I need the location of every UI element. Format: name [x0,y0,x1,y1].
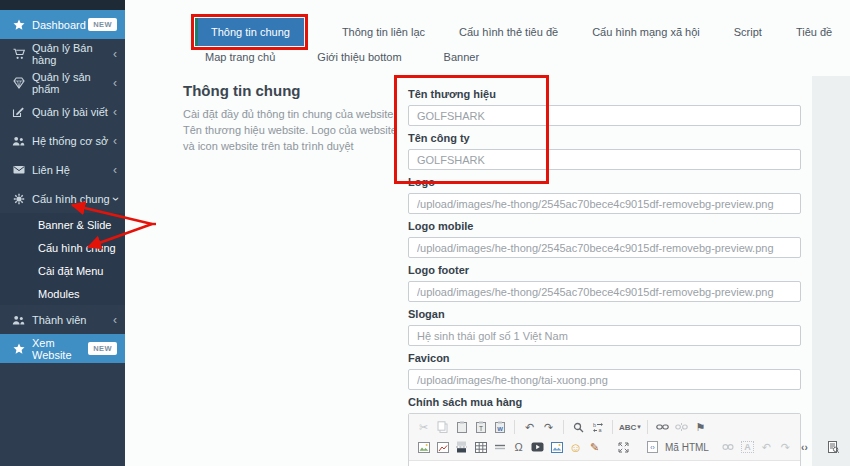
tab-map-trang-chu[interactable]: Map trang chủ [205,51,275,63]
horizontal-rule-icon[interactable] [490,439,509,455]
svg-text:a: a [598,427,602,433]
editor-toolbar-row-1: ✂TW↶↷baABC▾⚑ [414,417,795,437]
tab-banner[interactable]: Banner [444,51,479,63]
field-label-logo-footer: Logo footer [408,264,801,276]
input-favicon[interactable] [408,369,801,390]
chevron-left-icon: ‹ [113,48,117,60]
sidebar-item-quan-ly-san-pham[interactable]: Quản lý sản phẩm‹ [0,68,125,97]
field-label-favicon: Favicon [408,352,801,364]
anchor-icon[interactable]: ⚑ [691,419,710,435]
sidebar-item-he-thong-co-so[interactable]: Hệ thống cơ sở‹ [0,126,125,155]
sidebar-item-quan-ly-bai-viet[interactable]: Quản lý bài viết‹ [0,97,125,126]
paste-icon[interactable] [452,419,471,435]
tab-script[interactable]: Script [734,26,762,38]
envelope-icon [10,164,27,175]
chevron-left-icon: ‹ [113,314,117,326]
tab-tieu-de[interactable]: Tiêu đề [796,26,832,38]
select-all-icon: A [738,439,757,455]
templates-icon[interactable]: ✎ [585,439,604,455]
sidebar-item-label: Thành viên [32,314,86,326]
sidebar-subitem-label: Cấu hình chung [38,242,116,254]
table-icon[interactable] [471,439,490,455]
paste-from-word-icon[interactable]: W [490,419,509,435]
chevron-left-icon: ‹ [113,106,117,118]
tab-cau-hinh-the-tieu-de[interactable]: Cấu hình thẻ tiêu đề [459,26,558,38]
svg-text:b: b [593,422,596,428]
iframe-icon[interactable] [547,439,566,455]
sidebar-top-strip [0,0,125,10]
sidebar-item-label: Liên Hệ [32,164,70,176]
field-ten-thuong-hieu: Tên thương hiệu [408,88,801,126]
paste-plain-text-icon[interactable]: T [471,419,490,435]
page-description: Cài đặt đầy đủ thông tin chung của websi… [183,107,405,155]
flash-icon[interactable] [433,439,452,455]
star-icon [10,19,27,31]
new-badge: NEW [88,18,117,31]
page-break-icon[interactable] [452,439,471,455]
field-ten-cong-ty: Tên công ty [408,132,801,170]
sidebar-item-label: Cấu hình chung [32,193,110,205]
sidebar-subitem-cai-dat-menu[interactable]: Cài đặt Menu [0,259,125,282]
right-gutter [812,76,850,466]
sidebar-item-label: Quản lý Bán hàng [32,42,113,66]
input-logo[interactable] [408,193,801,214]
special-char-icon[interactable]: Ω [509,439,528,455]
search-replace-icon [719,439,738,455]
source-button-label[interactable]: Mã HTML [665,442,709,453]
richtext-editor: ✂TW↶↷baABC▾⚑Ω☺✎‹›Mã HTMLA↶↷‹› [408,413,801,466]
tab-thong-tin-chung[interactable]: Thông tin chung [195,18,304,46]
preview-icon[interactable] [824,439,843,455]
tab-gioi-thieu-bottom[interactable]: Giới thiệu bottom [317,51,401,63]
sidebar-subitem-modules[interactable]: Modules [0,282,125,305]
redo-icon[interactable]: ↷ [539,419,558,435]
field-chinh-sach-mua-hang: Chính sách mua hàng✂TW↶↷baABC▾⚑Ω☺✎‹›Mã H… [408,396,801,466]
input-ten-cong-ty[interactable] [408,149,801,170]
sidebar-item-lien-he[interactable]: Liên Hệ‹ [0,155,125,184]
inline-code-icon[interactable]: ‹› [795,439,814,455]
gem-icon [10,77,27,89]
svg-text:W: W [497,426,503,432]
input-slogan[interactable] [408,325,801,346]
spell-check-icon[interactable]: ABC▾ [618,419,642,435]
settings-form: Tên thương hiệuTên công tyLogoLogo mobil… [408,88,801,466]
undo-icon[interactable]: ↶ [520,419,539,435]
field-label-ten-cong-ty: Tên công ty [408,132,801,144]
revert-icon: ↶ [757,439,776,455]
toolbar-separator [647,420,648,434]
youtube-icon[interactable] [528,439,547,455]
sidebar-item-dashboard[interactable]: DashboardNEW [0,10,125,39]
tab-cau-hinh-mang-xa-hoi[interactable]: Cấu hình mạng xã hội [592,26,700,38]
maximize-icon[interactable] [614,439,633,455]
sidebar-item-cau-hinh-chung[interactable]: Cấu hình chung‹ [0,184,125,213]
editor-toolbar: ✂TW↶↷baABC▾⚑Ω☺✎‹›Mã HTMLA↶↷‹› [409,414,800,461]
link-icon[interactable] [653,419,672,435]
field-slogan: Slogan [408,308,801,346]
toolbar-separator [514,420,515,434]
replace-icon[interactable]: ba [588,419,607,435]
tab-thong-tin-lien-lac[interactable]: Thông tin liên lạc [342,26,425,38]
sidebar-item-label: Hệ thống cơ sở [32,135,108,147]
sidebar-subitem-cau-hinh-chung-sub[interactable]: Cấu hình chung [0,236,125,259]
sidebar-item-xem-website[interactable]: Xem WebsiteNEW [0,334,125,363]
input-logo-mobile[interactable] [408,237,801,258]
sidebar-item-label: Dashboard [32,19,86,31]
chevron-left-icon: ‹ [113,164,117,176]
unlink-icon [672,419,691,435]
smiley-icon[interactable]: ☺ [566,439,585,455]
field-label-slogan: Slogan [408,308,801,320]
sidebar-item-quan-ly-ban-hang[interactable]: Quản lý Bán hàng‹ [0,39,125,68]
image-icon[interactable] [414,439,433,455]
sidebar-subitem-banner-slide[interactable]: Banner & Slide [0,213,125,236]
main-content: Thông tin chungThông tin liên lạcCấu hìn… [125,0,850,466]
gear-icon [10,193,27,205]
svg-text:‹›: ‹› [650,444,654,451]
input-logo-footer[interactable] [408,281,801,302]
sidebar-item-thanh-vien[interactable]: Thành viên‹ [0,305,125,334]
edit-icon [10,106,27,118]
find-icon[interactable] [569,419,588,435]
users-icon [10,135,27,147]
input-ten-thuong-hieu[interactable] [408,105,801,126]
chevron-left-icon: ‹ [113,135,117,147]
source-icon[interactable]: ‹› [643,439,662,455]
sidebar-item-label: Quản lý sản phẩm [32,71,113,95]
